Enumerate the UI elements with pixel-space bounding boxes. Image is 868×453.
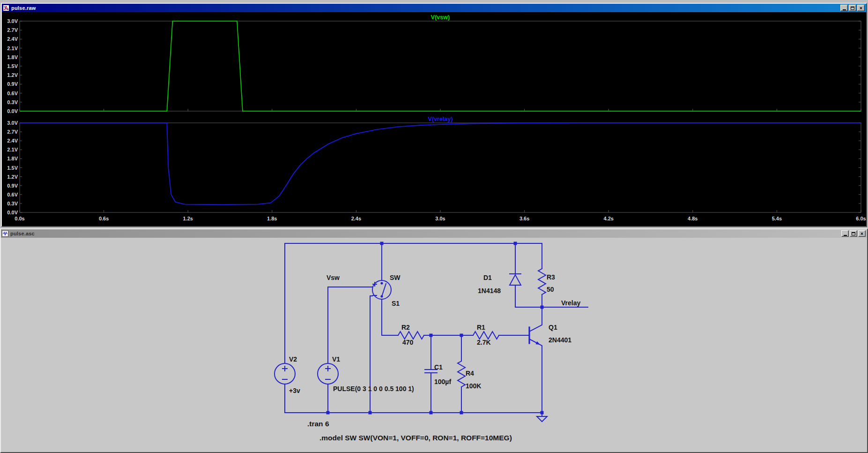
y-axis-tick-label: 2.1V xyxy=(7,147,18,152)
label-q1-value[interactable]: 2N4401 xyxy=(549,336,571,344)
label-r2[interactable]: R2 xyxy=(401,324,410,331)
waveform-window: pulse.raw × 3.0V2.7V2.4V2.1V1.8V1.5V1.2V… xyxy=(1,3,867,227)
y-axis-tick-label: 0.0V xyxy=(7,108,18,114)
label-r2-value[interactable]: 470 xyxy=(402,339,414,346)
component-sw-symbol[interactable] xyxy=(372,280,391,299)
minimize-icon xyxy=(844,235,847,236)
trace-vrelay xyxy=(20,123,861,204)
component-v1-symbol[interactable] xyxy=(318,363,338,384)
maximize-icon xyxy=(851,7,854,10)
waveform-plot-svg: 3.0V2.7V2.4V2.1V1.8V1.5V1.2V0.9V0.6V0.3V… xyxy=(2,12,866,226)
close-icon: × xyxy=(860,6,862,10)
schematic-canvas[interactable]: Vsw SW S1 D1 1N4148 R3 50 Vrelay R2 470 … xyxy=(1,238,867,452)
trace-label-vsw[interactable]: V(vsw) xyxy=(431,14,450,21)
component-r4-symbol[interactable] xyxy=(458,361,465,387)
y-axis-tick-label: 3.0V xyxy=(7,18,18,24)
y-axis-tick-label: 3.0V xyxy=(7,120,18,126)
minimize-button[interactable] xyxy=(840,5,848,11)
label-q1[interactable]: Q1 xyxy=(549,324,557,331)
label-r3-value[interactable]: 50 xyxy=(547,286,554,293)
label-v2-value[interactable]: +3v xyxy=(289,387,300,394)
x-axis-tick-label: 3.6s xyxy=(519,216,529,221)
y-axis-tick-label: 1.5V xyxy=(7,165,18,171)
label-r4[interactable]: R4 xyxy=(466,370,474,377)
y-axis-tick-label: 0.9V xyxy=(7,183,18,189)
y-axis-tick-label: 0.0V xyxy=(7,210,18,215)
component-d1-symbol[interactable] xyxy=(510,274,521,285)
y-axis-tick-label: 1.8V xyxy=(7,156,18,161)
close-icon: × xyxy=(861,231,863,236)
component-q1-symbol[interactable] xyxy=(529,307,542,413)
x-axis-tick-label: 1.2s xyxy=(183,216,193,221)
component-v2-symbol[interactable] xyxy=(274,363,295,384)
y-axis-tick-label: 2.7V xyxy=(7,27,18,33)
trace-label-vrelay[interactable]: V(vrelay) xyxy=(428,116,453,122)
component-r3-symbol[interactable] xyxy=(538,269,546,294)
maximize-button[interactable] xyxy=(849,5,856,11)
y-axis-tick-label: 2.4V xyxy=(7,138,18,143)
x-axis-tick-label: 6.0s xyxy=(856,216,866,221)
maximize-icon xyxy=(852,232,855,235)
y-axis-tick-label: 0.3V xyxy=(7,201,18,206)
x-axis-tick-label: 2.4s xyxy=(351,216,361,221)
schematic-window-icon[interactable] xyxy=(2,230,8,237)
schematic-titlebar[interactable]: pulse.asc × xyxy=(1,229,867,238)
plot-pane-border xyxy=(20,123,861,212)
x-axis-tick-label: 3.0s xyxy=(435,216,445,221)
y-axis-tick-label: 2.7V xyxy=(7,129,18,135)
minimize-icon xyxy=(843,9,846,10)
y-axis-tick-label: 2.1V xyxy=(7,45,18,51)
schematic-window: pulse.asc × xyxy=(0,228,868,453)
component-r1-symbol[interactable] xyxy=(473,332,499,339)
label-sw[interactable]: SW xyxy=(390,274,401,281)
y-axis-tick-label: 0.9V xyxy=(7,81,18,87)
y-axis-tick-label: 1.5V xyxy=(7,63,18,69)
label-vsw[interactable]: Vsw xyxy=(326,274,340,281)
label-v1-value[interactable]: PULSE(0 3 1 0 0 0.5 100 1) xyxy=(333,385,414,393)
label-c1[interactable]: C1 xyxy=(434,363,443,371)
component-r2-symbol[interactable] xyxy=(398,332,424,339)
schematic-window-buttons: × xyxy=(841,230,866,237)
label-d1-value[interactable]: 1N4148 xyxy=(478,287,501,294)
x-axis-tick-label: 1.8s xyxy=(267,216,277,221)
close-button[interactable]: × xyxy=(857,5,865,11)
trace-vsw xyxy=(20,21,861,111)
label-d1[interactable]: D1 xyxy=(483,274,492,281)
y-axis-tick-label: 1.2V xyxy=(7,174,18,180)
mdi-client-area: pulse.raw × 3.0V2.7V2.4V2.1V1.8V1.5V1.2V… xyxy=(0,0,868,453)
y-axis-tick-label: 2.4V xyxy=(7,36,18,42)
y-axis-tick-label: 0.6V xyxy=(7,91,18,96)
plot-pane-border xyxy=(20,21,861,111)
label-r1[interactable]: R1 xyxy=(477,324,485,331)
waveform-titlebar[interactable]: pulse.raw × xyxy=(2,4,866,12)
schematic-window-title: pulse.asc xyxy=(10,231,35,236)
label-v1[interactable]: V1 xyxy=(332,355,340,363)
label-r3[interactable]: R3 xyxy=(547,273,555,281)
label-s1[interactable]: S1 xyxy=(392,300,400,307)
y-axis-tick-label: 0.6V xyxy=(7,192,18,197)
x-axis-tick-label: 4.8s xyxy=(688,216,697,221)
y-axis-tick-label: 1.8V xyxy=(7,54,18,60)
x-axis-tick-label: 4.2s xyxy=(603,216,613,221)
directive-tran[interactable]: .tran 6 xyxy=(307,420,329,428)
label-vrelay[interactable]: Vrelay xyxy=(561,299,580,307)
label-c1-value[interactable]: 100µf xyxy=(434,378,451,385)
label-r4-value[interactable]: 100K xyxy=(466,382,481,390)
waveform-window-icon[interactable] xyxy=(3,5,9,11)
close-button[interactable]: × xyxy=(858,230,866,237)
waveform-plot-area[interactable]: 3.0V2.7V2.4V2.1V1.8V1.5V1.2V0.9V0.6V0.3V… xyxy=(2,12,866,226)
y-axis-tick-label: 0.3V xyxy=(7,99,18,105)
label-v2[interactable]: V2 xyxy=(289,355,297,363)
x-axis-tick-label: 5.4s xyxy=(772,216,782,221)
x-axis-tick-label: 0.6s xyxy=(99,216,109,221)
x-axis-tick-label: 0.0s xyxy=(15,216,24,221)
y-axis-tick-label: 1.2V xyxy=(7,72,18,78)
label-r1-value[interactable]: 2.7K xyxy=(477,339,491,346)
directive-model[interactable]: .model SW SW(VON=1, VOFF=0, RON=1, ROFF=… xyxy=(319,434,512,442)
maximize-button[interactable] xyxy=(850,230,857,237)
waveform-window-title: pulse.raw xyxy=(11,5,36,11)
schematic-svg: Vsw SW S1 D1 1N4148 R3 50 Vrelay R2 470 … xyxy=(1,238,867,452)
minimize-button[interactable] xyxy=(841,230,849,237)
waveform-window-buttons: × xyxy=(840,5,865,11)
